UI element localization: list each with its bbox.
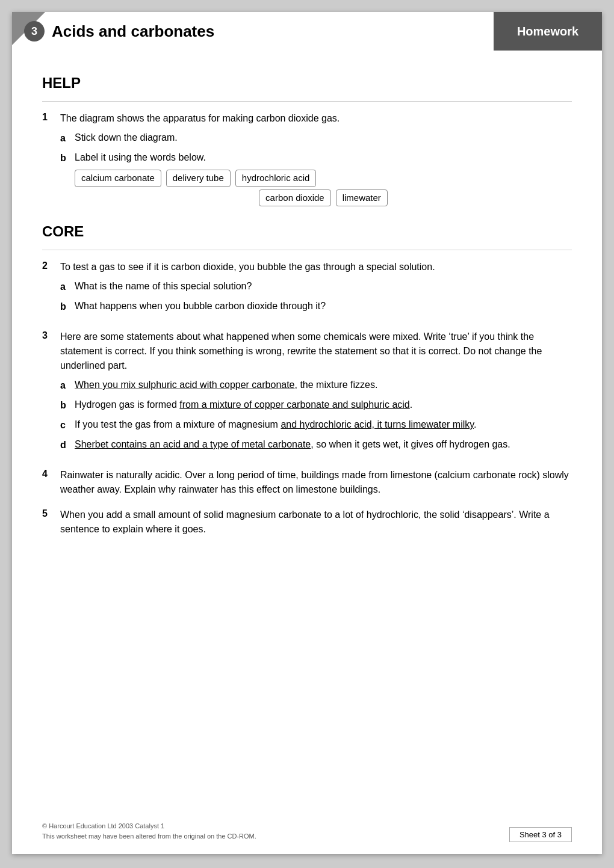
q4-number: 4 — [42, 468, 60, 479]
q3-content: Here are some statements about what happ… — [60, 330, 572, 457]
section-core-heading: CORE — [42, 223, 572, 240]
q3a-text: When you mix sulphuric acid with copper … — [75, 378, 572, 392]
q2b: b What happens when you bubble carbon di… — [60, 299, 572, 314]
q5-content: When you add a small amount of solid mag… — [60, 508, 572, 537]
q4-text: Rainwater is naturally acidic. Over a lo… — [60, 470, 569, 494]
q1-text: The diagram shows the apparatus for maki… — [60, 113, 340, 123]
q2b-letter: b — [60, 299, 75, 314]
q3d-text: Sherbet contains an acid and a type of m… — [75, 437, 572, 452]
footer-sheet: Sheet 3 of 3 — [509, 827, 572, 842]
question-4: 4 Rainwater is naturally acidic. Over a … — [42, 468, 572, 497]
q3c-letter: c — [60, 417, 75, 432]
q2-text: To test a gas to see if it is carbon dio… — [60, 262, 435, 272]
q1a-text: Stick down the diagram. — [75, 131, 572, 145]
q2-number: 2 — [42, 260, 60, 271]
word-boxes-row2: carbon dioxide limewater — [75, 189, 572, 207]
section-core: CORE 2 To test a gas to see if it is car… — [42, 223, 572, 537]
q3c-underlined: and hydrochloric acid, it turns limewate… — [281, 419, 474, 429]
q3b-part1: Hydrogen gas is formed — [75, 399, 179, 410]
question-5: 5 When you add a small amount of solid m… — [42, 508, 572, 537]
header-left-area: 3 Acids and carbonates — [12, 12, 226, 51]
section-help-heading: HELP — [42, 75, 572, 91]
q3a-underlined: When you mix sulphuric acid with copper … — [75, 380, 295, 390]
q1-sub-list: a Stick down the diagram. b Label it usi… — [60, 131, 572, 206]
q3b-rest: . — [410, 399, 412, 410]
q2a-letter: a — [60, 279, 75, 294]
q1b-letter: b — [60, 150, 75, 165]
question-1: 1 The diagram shows the apparatus for ma… — [42, 111, 572, 211]
help-questions: 1 The diagram shows the apparatus for ma… — [42, 111, 572, 211]
header-badge: Homework — [494, 12, 602, 51]
q3c-part1: If you test the gas from a mixture of ma… — [75, 419, 281, 429]
page: 3 Acids and carbonates Homework HELP 1 T… — [12, 12, 602, 854]
core-questions: 2 To test a gas to see if it is carbon d… — [42, 260, 572, 537]
q3c-rest: . — [474, 419, 476, 429]
word-calcium-carbonate: calcium carbonate — [75, 170, 161, 187]
q3c: c If you test the gas from a mixture of … — [60, 417, 572, 432]
footer-left: © Harcourt Education Ltd 2003 Catalyst 1… — [42, 821, 256, 842]
divider-core — [42, 250, 572, 250]
q1a-letter: a — [60, 131, 75, 146]
q3-sub-list: a When you mix sulphuric acid with coppe… — [60, 378, 572, 452]
q1-content: The diagram shows the apparatus for maki… — [60, 111, 572, 211]
q3c-text: If you test the gas from a mixture of ma… — [75, 417, 572, 432]
q3a-letter: a — [60, 378, 75, 393]
question-3: 3 Here are some statements about what ha… — [42, 330, 572, 457]
q2a: a What is the name of this special solut… — [60, 279, 572, 294]
q3b-text: Hydrogen gas is formed from a mixture of… — [75, 398, 572, 412]
q3b-letter: b — [60, 398, 75, 413]
q3d-underlined: Sherbet contains an acid and a type of m… — [75, 439, 311, 449]
word-carbon-dioxide: carbon dioxide — [259, 189, 331, 207]
divider-help — [42, 101, 572, 102]
q3-number: 3 — [42, 330, 60, 341]
question-2: 2 To test a gas to see if it is carbon d… — [42, 260, 572, 319]
main-content: HELP 1 The diagram shows the apparatus f… — [12, 63, 602, 571]
q3b-underlined: from a mixture of copper carbonate and s… — [179, 399, 409, 410]
q3-text: Here are some statements about what happ… — [60, 331, 542, 371]
q2-sub-list: a What is the name of this special solut… — [60, 279, 572, 314]
footer: © Harcourt Education Ltd 2003 Catalyst 1… — [42, 821, 572, 842]
q1-number: 1 — [42, 111, 60, 123]
q3b: b Hydrogen gas is formed from a mixture … — [60, 398, 572, 413]
q3a-rest: , the mixture fizzes. — [295, 380, 378, 390]
q5-number: 5 — [42, 508, 60, 519]
word-hydrochloric-acid: hydrochloric acid — [235, 170, 317, 187]
page-title: Acids and carbonates — [52, 22, 214, 41]
q5-text: When you add a small amount of solid mag… — [60, 509, 550, 534]
word-boxes-row1: calcium carbonate delivery tube hydrochl… — [75, 170, 572, 187]
q2-content: To test a gas to see if it is carbon dio… — [60, 260, 572, 319]
footer-note: This worksheet may have been altered fro… — [42, 831, 256, 842]
word-delivery-tube: delivery tube — [166, 170, 231, 187]
q1b-text: Label it using the words below. — [75, 152, 206, 162]
q2b-text: What happens when you bubble carbon diox… — [75, 299, 572, 313]
q3d: d Sherbet contains an acid and a type of… — [60, 437, 572, 452]
q1b-content: Label it using the words below. calcium … — [75, 150, 572, 206]
q3a: a When you mix sulphuric acid with coppe… — [60, 378, 572, 393]
number-badge: 3 — [24, 21, 45, 42]
footer-copyright: © Harcourt Education Ltd 2003 Catalyst 1 — [42, 821, 256, 832]
q2a-text: What is the name of this special solutio… — [75, 279, 572, 294]
word-limewater: limewater — [336, 189, 388, 207]
q1b: b Label it using the words below. calciu… — [60, 150, 572, 206]
header: 3 Acids and carbonates Homework — [12, 12, 602, 51]
section-help: HELP 1 The diagram shows the apparatus f… — [42, 75, 572, 211]
q3d-rest: , so when it gets wet, it gives off hydr… — [311, 439, 510, 449]
q1a: a Stick down the diagram. — [60, 131, 572, 146]
q3d-letter: d — [60, 437, 75, 452]
q4-content: Rainwater is naturally acidic. Over a lo… — [60, 468, 572, 497]
